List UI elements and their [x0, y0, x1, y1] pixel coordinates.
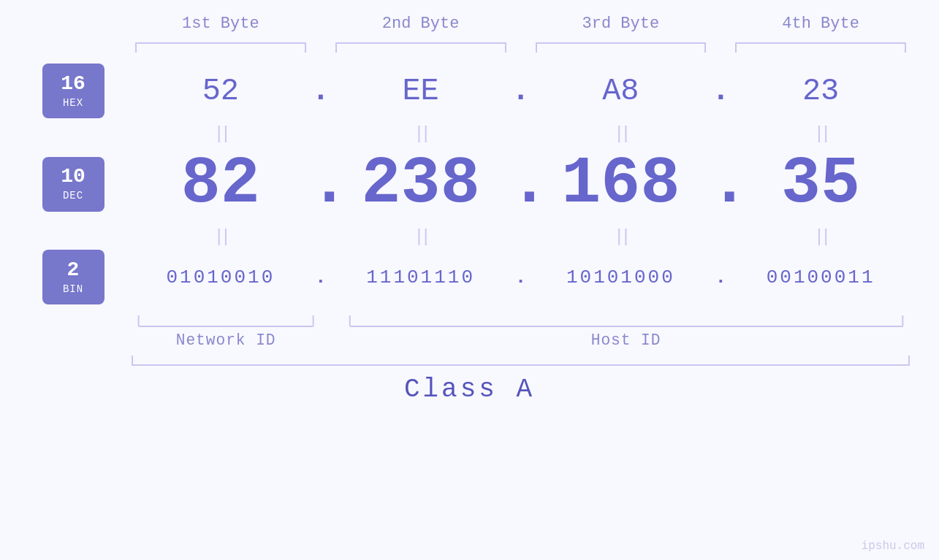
bin-byte1: 01010010: [132, 266, 310, 288]
sep1-b1: ||: [132, 124, 310, 144]
sep1-b3: ||: [532, 124, 710, 144]
bin-byte4: 00100011: [731, 266, 910, 288]
sep1-b2: ||: [332, 124, 510, 144]
sep2-b1: ||: [132, 227, 310, 247]
hex-byte4: 23: [731, 74, 910, 109]
hex-base-label: HEX: [63, 97, 83, 109]
hex-byte1: 52: [132, 74, 310, 109]
bin-byte3: 10101000: [532, 266, 710, 288]
dec-byte4: 35: [731, 151, 910, 217]
dot7: .: [310, 266, 332, 288]
dot4: .: [310, 147, 332, 221]
bin-row: 2 BIN 01010010 . 11101110 . 10101000 . 0…: [29, 250, 910, 304]
spacer: [29, 15, 132, 39]
sep-row-2: || || || ||: [29, 227, 910, 247]
hex-byte3: A8: [532, 74, 710, 109]
bin-base-number: 2: [67, 260, 80, 280]
svg-text:Network ID: Network ID: [176, 331, 276, 349]
dec-row: 10 DEC 82 . 238 . 168 . 35: [29, 147, 910, 221]
dec-badge-cell: 10 DEC: [29, 157, 132, 212]
bin-badge-cell: 2 BIN: [29, 250, 132, 304]
dot3: .: [710, 74, 731, 109]
bin-base-label: BIN: [63, 283, 83, 295]
top-bracket-byte3: [536, 42, 707, 53]
dot1: .: [310, 74, 332, 109]
top-bracket-lines: [29, 42, 910, 53]
bottom-bracket-svg: Network ID Host ID: [132, 312, 910, 352]
sep1-b4: ||: [731, 124, 910, 144]
byte2-label: 2nd Byte: [332, 15, 510, 39]
bin-badge: 2 BIN: [42, 250, 104, 304]
class-label: Class A: [29, 375, 910, 404]
dot6: .: [710, 147, 731, 221]
dot5: .: [510, 147, 532, 221]
top-bracket-byte4: [735, 42, 906, 53]
sep2-b2: ||: [332, 227, 510, 247]
dec-byte2: 238: [332, 151, 510, 217]
sep2-b4: ||: [731, 227, 910, 247]
dec-base-label: DEC: [63, 190, 83, 202]
sep2-b3: ||: [532, 227, 710, 247]
dec-base-number: 10: [61, 166, 85, 187]
sep-row-1: || || || ||: [29, 124, 910, 144]
top-brackets-row: 1st Byte 2nd Byte 3rd Byte 4th Byte: [29, 15, 910, 39]
hex-byte2: EE: [332, 74, 510, 109]
main-container: 1st Byte 2nd Byte 3rd Byte 4th Byte 16 H…: [0, 0, 939, 560]
top-bracket-byte2: [335, 42, 506, 53]
bottom-section: Network ID Host ID: [29, 312, 910, 352]
dot2: .: [510, 74, 532, 109]
hex-badge: 16 HEX: [42, 64, 104, 118]
full-bracket-line: [132, 356, 910, 366]
byte1-label: 1st Byte: [132, 15, 310, 39]
dec-byte1: 82: [132, 151, 310, 217]
top-bracket-byte1: [135, 42, 306, 53]
byte4-label: 4th Byte: [731, 15, 910, 39]
hex-row: 16 HEX 52 . EE . A8 . 23: [29, 64, 910, 118]
dec-badge: 10 DEC: [42, 157, 104, 212]
watermark: ipshu.com: [862, 540, 924, 553]
full-bottom-bracket: [29, 356, 910, 366]
bin-byte2: 11101110: [332, 266, 510, 288]
dec-byte3: 168: [532, 151, 710, 217]
hex-base-number: 16: [61, 74, 85, 94]
hex-badge-cell: 16 HEX: [29, 64, 132, 118]
byte3-label: 3rd Byte: [532, 15, 710, 39]
dot9: .: [710, 266, 731, 288]
svg-text:Host ID: Host ID: [591, 331, 661, 349]
dot8: .: [510, 266, 532, 288]
